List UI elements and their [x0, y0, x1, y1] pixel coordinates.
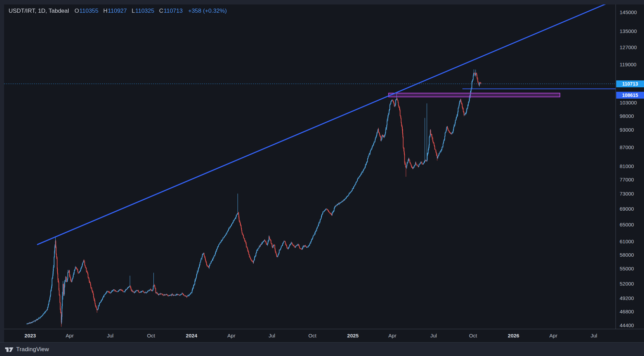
price-tick-label: 119000 [620, 62, 636, 68]
price-tick-label: 98000 [620, 113, 634, 119]
price-tick-label: 65000 [620, 222, 634, 228]
time-tick-label: 2026 [508, 333, 519, 339]
footer-bar: TradingView [0, 342, 644, 356]
candlestick-chart[interactable] [4, 4, 616, 329]
chart-pane[interactable]: USDT/IRT, 1D, Tabdeal O110355H110927L110… [4, 4, 616, 329]
tradingview-brand-text: TradingView [16, 346, 49, 353]
price-tick-label: 58000 [620, 252, 634, 258]
price-tick-label: 127000 [620, 44, 637, 51]
price-tick-label: 61000 [620, 238, 634, 245]
tradingview-chart-window: USDT/IRT, 1D, Tabdeal O110355H110927L110… [0, 0, 644, 356]
time-tick-label: Apr [549, 333, 557, 339]
time-tick-label: 2023 [24, 333, 36, 339]
price-tick-label: 73000 [620, 191, 634, 197]
time-tick-label: Apr [66, 333, 73, 339]
current-price-badge: 110713 [616, 80, 644, 87]
time-tick-label: Oct [308, 333, 316, 339]
ohlc-field-c: C110713 [159, 8, 183, 14]
time-axis[interactable]: 2023AprJulOct2024AprJulOct2025AprJulOct2… [4, 329, 644, 343]
alert-level-value: 108615 [622, 92, 638, 98]
symbol-ohlc-header: USDT/IRT, 1D, Tabdeal O110355H110927L110… [9, 8, 227, 14]
price-tick-label: 49200 [620, 295, 634, 301]
ohlc-field-h: H110927 [103, 8, 127, 14]
price-axis[interactable]: 110713 108615 14500013500012700011900010… [616, 4, 644, 329]
price-tick-label: 69000 [620, 206, 634, 212]
price-tick-label: 44400 [620, 322, 634, 329]
current-price-value: 110713 [622, 81, 638, 87]
time-tick-label: Oct [147, 333, 155, 339]
price-tick-label: 93000 [620, 127, 634, 133]
time-tick-label: Jul [590, 333, 597, 339]
ohlc-field-o: O110355 [74, 8, 99, 14]
price-tick-label: 81000 [620, 163, 634, 169]
ohlc-field-l: L110325 [132, 8, 154, 14]
price-tick-label: 87000 [620, 144, 634, 151]
symbol-title: USDT/IRT, 1D, Tabdeal [9, 8, 69, 14]
tradingview-logo-icon [5, 346, 14, 353]
price-tick-label: 46800 [620, 309, 634, 315]
price-tick-label: 103000 [620, 100, 637, 106]
time-tick-label: Jul [430, 333, 437, 339]
price-tick-label: 55000 [620, 266, 634, 272]
time-tick-label: 2024 [186, 333, 197, 339]
time-tick-label: Jul [107, 333, 113, 339]
alert-level-badge: 108615 [616, 92, 644, 99]
time-tick-label: 2025 [347, 333, 358, 339]
price-tick-label: 77000 [620, 177, 634, 183]
price-tick-label: 52000 [620, 281, 634, 287]
time-tick-label: Apr [388, 333, 396, 339]
ohlc-values: O110355H110927L110325C110713 [74, 8, 183, 14]
price-tick-label: 135000 [620, 28, 637, 34]
time-tick-label: Jul [268, 333, 275, 339]
time-tick-label: Apr [227, 333, 235, 339]
price-tick-label: 145000 [620, 9, 637, 15]
time-tick-label: Oct [469, 333, 477, 339]
tradingview-brand-link[interactable]: TradingView [5, 346, 49, 353]
change-value: +358 (+0.32%) [188, 8, 227, 14]
